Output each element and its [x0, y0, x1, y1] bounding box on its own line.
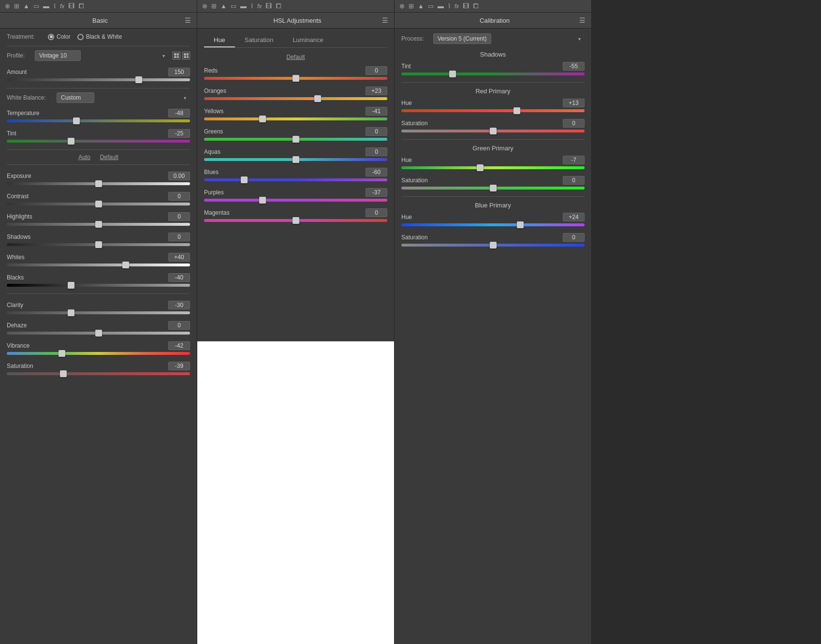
dehaze-track[interactable] — [7, 332, 190, 335]
red-sat-track[interactable] — [401, 130, 585, 132]
blue-sat-value[interactable]: 0 — [563, 233, 585, 242]
tab-luminance[interactable]: Luminance — [283, 33, 333, 47]
toolbar-icon-panel1[interactable]: ▭ — [33, 2, 39, 10]
temperature-value[interactable]: -48 — [168, 109, 190, 117]
shadows-tint-value[interactable]: -55 — [563, 62, 585, 71]
purples-thumb[interactable] — [259, 197, 266, 204]
clarity-thumb[interactable] — [68, 309, 74, 316]
aquas-value[interactable]: 0 — [366, 147, 387, 156]
purples-track[interactable] — [204, 199, 387, 202]
reds-thumb[interactable] — [293, 75, 299, 82]
blacks-thumb[interactable] — [68, 282, 74, 289]
cal-toolbar-icon-target[interactable]: ⊕ — [399, 2, 405, 10]
blue-hue-track[interactable] — [401, 223, 585, 226]
toolbar-icon-curve[interactable]: ⌇ — [53, 2, 56, 10]
aquas-thumb[interactable] — [293, 156, 299, 163]
yellows-value[interactable]: -41 — [366, 107, 387, 116]
cal-toolbar-icon-sliders[interactable]: ⧠ — [473, 2, 479, 10]
clarity-track[interactable] — [7, 311, 190, 314]
cal-toolbar-icon-panel2[interactable]: ▬ — [438, 2, 444, 10]
hsl-toolbar-icon-grid[interactable]: ⊞ — [211, 2, 217, 10]
greens-track[interactable] — [204, 138, 387, 141]
hsl-toolbar-icon-curve[interactable]: ⌇ — [250, 2, 253, 10]
auto-button[interactable]: Auto — [78, 154, 90, 161]
magentas-track[interactable] — [204, 219, 387, 222]
hsl-toolbar-icon-film[interactable]: 🎞 — [265, 2, 272, 10]
blue-hue-value[interactable]: +24 — [563, 213, 585, 221]
highlights-thumb[interactable] — [95, 221, 102, 228]
treatment-color-option[interactable]: Color — [48, 33, 71, 40]
blues-thumb[interactable] — [241, 176, 248, 183]
magentas-value[interactable]: 0 — [366, 208, 387, 217]
oranges-track[interactable] — [204, 97, 387, 100]
contrast-value[interactable]: 0 — [168, 192, 190, 201]
green-hue-thumb[interactable] — [477, 164, 484, 171]
vibrance-value[interactable]: -42 — [168, 341, 190, 350]
profile-grid-icon-1[interactable] — [173, 52, 180, 59]
green-sat-thumb[interactable] — [490, 185, 497, 191]
highlights-value[interactable]: 0 — [168, 212, 190, 221]
profile-grid-icon-2[interactable] — [182, 52, 190, 59]
yellows-track[interactable] — [204, 117, 387, 120]
hsl-toolbar-icon-target[interactable]: ⊕ — [202, 2, 207, 10]
blacks-track[interactable] — [7, 284, 190, 287]
shadows-value[interactable]: 0 — [168, 233, 190, 241]
toolbar-icon-film[interactable]: 🎞 — [68, 2, 74, 10]
temperature-thumb[interactable] — [73, 117, 80, 124]
contrast-track[interactable] — [7, 203, 190, 205]
amount-thumb[interactable] — [135, 76, 142, 83]
greens-value[interactable]: 0 — [366, 127, 387, 136]
saturation-value[interactable]: -39 — [168, 362, 190, 370]
saturation-thumb[interactable] — [60, 370, 67, 377]
toolbar-icon-fx[interactable]: fx — [60, 3, 64, 10]
blue-sat-thumb[interactable] — [490, 242, 497, 249]
oranges-value[interactable]: +23 — [366, 87, 387, 95]
cal-toolbar-icon-panel1[interactable]: ▭ — [428, 2, 434, 10]
vibrance-track[interactable] — [7, 352, 190, 355]
reds-value[interactable]: 0 — [366, 66, 387, 75]
saturation-track[interactable] — [7, 372, 190, 375]
contrast-thumb[interactable] — [95, 201, 102, 207]
shadows-track[interactable] — [7, 243, 190, 246]
cal-toolbar-icon-mountain[interactable]: ▲ — [418, 2, 424, 10]
cal-toolbar-icon-grid[interactable]: ⊞ — [409, 2, 414, 10]
hsl-toolbar-icon-sliders[interactable]: ⧠ — [276, 2, 282, 10]
greens-thumb[interactable] — [293, 136, 299, 143]
yellows-thumb[interactable] — [259, 116, 266, 122]
toolbar-icon-grid[interactable]: ⊞ — [14, 2, 19, 10]
shadows-tint-track[interactable] — [401, 73, 585, 75]
vibrance-thumb[interactable] — [59, 350, 65, 357]
tab-hue[interactable]: Hue — [204, 33, 235, 47]
hsl-default-button[interactable]: Default — [286, 54, 305, 60]
exposure-thumb[interactable] — [95, 180, 102, 187]
red-sat-value[interactable]: 0 — [563, 119, 585, 128]
oranges-thumb[interactable] — [314, 95, 321, 102]
aquas-track[interactable] — [204, 158, 387, 161]
hsl-menu-icon[interactable]: ☰ — [382, 16, 388, 24]
green-hue-value[interactable]: -7 — [563, 156, 585, 164]
exposure-value[interactable]: 0.00 — [168, 172, 190, 180]
tint-track[interactable] — [7, 140, 190, 143]
basic-menu-icon[interactable]: ☰ — [185, 16, 191, 24]
shadows-tint-thumb[interactable] — [449, 71, 456, 77]
treatment-bw-radio[interactable] — [77, 34, 84, 40]
hsl-toolbar-icon-panel1[interactable]: ▭ — [231, 2, 236, 10]
treatment-bw-option[interactable]: Black & White — [77, 33, 122, 40]
blues-track[interactable] — [204, 178, 387, 181]
cal-toolbar-icon-film[interactable]: 🎞 — [463, 2, 469, 10]
blues-value[interactable]: -60 — [366, 168, 387, 176]
calibration-menu-icon[interactable]: ☰ — [579, 16, 586, 24]
red-hue-track[interactable] — [401, 109, 585, 112]
profile-select[interactable]: Vintage 10 Adobe Color Adobe Portrait — [35, 50, 81, 61]
green-hue-track[interactable] — [401, 166, 585, 169]
shadows-thumb[interactable] — [95, 241, 102, 248]
exposure-track[interactable] — [7, 182, 190, 185]
hsl-toolbar-icon-panel2[interactable]: ▬ — [240, 2, 247, 10]
magentas-thumb[interactable] — [293, 217, 299, 224]
temperature-track[interactable] — [7, 119, 190, 122]
hsl-toolbar-icon-mountain[interactable]: ▲ — [220, 2, 227, 10]
cal-toolbar-icon-curve[interactable]: ⌇ — [448, 2, 451, 10]
green-sat-track[interactable] — [401, 187, 585, 190]
red-hue-value[interactable]: +13 — [563, 99, 585, 107]
tint-thumb[interactable] — [68, 138, 74, 145]
